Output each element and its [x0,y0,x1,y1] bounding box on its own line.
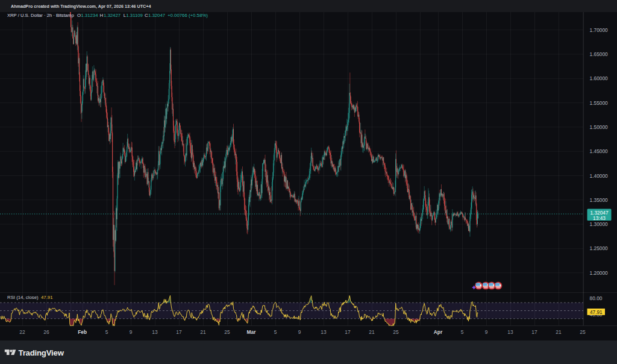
svg-text:Mar: Mar [247,329,257,335]
svg-text:Apr: Apr [434,329,443,335]
svg-text:25: 25 [224,329,230,335]
svg-text:1.30000: 1.30000 [590,221,609,227]
svg-text:21: 21 [200,329,206,335]
svg-text:25: 25 [393,329,399,335]
svg-text:5: 5 [274,329,277,335]
svg-text:1.40000: 1.40000 [590,173,609,179]
svg-text:1.31109: 1.31109 [126,13,143,18]
svg-text:1.25000: 1.25000 [590,245,609,251]
svg-text:TradingView: TradingView [19,348,64,357]
svg-text:17: 17 [531,329,537,335]
svg-text:9: 9 [485,329,488,335]
svg-text:13: 13 [321,329,327,335]
svg-text:1.32427: 1.32427 [104,13,121,18]
svg-text:XRP / U.S. Dollar · 2h · Bitst: XRP / U.S. Dollar · 2h · Bitstamp [7,13,74,18]
svg-text:AhmadPro created with TradingV: AhmadPro created with TradingView.com, A… [11,4,151,9]
svg-text:1.32047: 1.32047 [148,13,165,18]
svg-text:22: 22 [19,329,25,335]
svg-text:9: 9 [130,329,133,335]
svg-text:1.45000: 1.45000 [590,148,609,154]
svg-text:1.65000: 1.65000 [590,51,609,57]
svg-text:47.91: 47.91 [590,309,603,315]
svg-text:25: 25 [580,329,586,335]
svg-text:1.31234: 1.31234 [81,13,98,18]
svg-text:1.55000: 1.55000 [590,100,609,106]
svg-text:26: 26 [43,329,49,335]
svg-text:1.50000: 1.50000 [590,124,609,130]
svg-text:1.60000: 1.60000 [590,75,609,81]
svg-text:17: 17 [345,329,351,335]
svg-text:13: 13 [152,329,158,335]
svg-text:1.35000: 1.35000 [590,197,609,203]
svg-text:5: 5 [105,329,108,335]
svg-text:1.20000: 1.20000 [590,270,609,276]
svg-text:13: 13 [507,329,513,335]
svg-text:21: 21 [556,329,562,335]
svg-text:O: O [77,13,81,18]
svg-text:RSI (14, close): RSI (14, close) [7,295,39,300]
svg-text:13:43: 13:43 [593,215,606,221]
svg-text:1.70000: 1.70000 [590,27,609,33]
svg-text:21: 21 [369,329,375,335]
svg-text:80.00: 80.00 [590,295,603,301]
svg-text:+0.00766 (+0.58%): +0.00766 (+0.58%) [168,13,208,18]
svg-text:9: 9 [298,329,301,335]
svg-text:17: 17 [176,329,182,335]
svg-text:H: H [100,13,104,18]
svg-text:Feb: Feb [78,329,87,335]
svg-text:5: 5 [461,329,464,335]
svg-text:47.91: 47.91 [41,295,53,300]
